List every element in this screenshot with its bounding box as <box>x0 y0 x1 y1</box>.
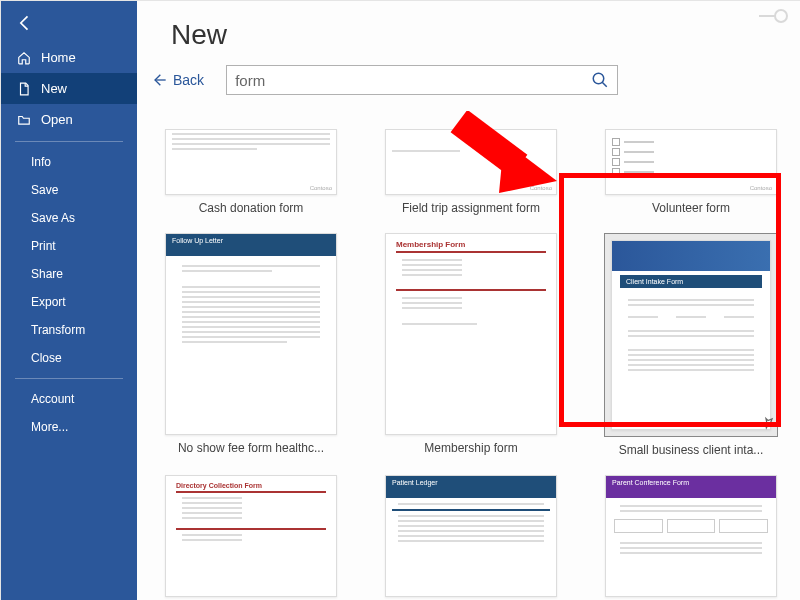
template-tile[interactable]: Patient Ledger <box>371 475 571 597</box>
template-tile[interactable]: Contoso Cash donation form <box>151 129 351 215</box>
contoso-badge: Contoso <box>310 185 332 191</box>
template-thumbnail: Contoso <box>385 129 557 195</box>
thumb-header-text: Client Intake Form <box>620 275 762 288</box>
search-icon <box>591 71 609 89</box>
ribbon-options-icon[interactable] <box>759 7 791 29</box>
thumb-header-text: Directory Collection Form <box>176 482 326 489</box>
template-tile[interactable]: Parent Conference Form <box>591 475 791 597</box>
app-window: Home New Open Info Save Save As Print Sh… <box>0 0 800 600</box>
contoso-badge: Contoso <box>530 185 552 191</box>
template-thumbnail: Contoso <box>165 129 337 195</box>
template-label: No show fee form healthc... <box>178 441 324 455</box>
sidebar-divider <box>15 378 123 379</box>
sidebar-item-open[interactable]: Open <box>1 104 137 135</box>
template-thumbnail: Client Intake Form <box>611 240 771 430</box>
search-button[interactable] <box>583 66 617 94</box>
thumb-header-text: Membership Form <box>396 240 546 249</box>
template-tile[interactable]: Contoso Field trip assignment form <box>371 129 571 215</box>
backstage-sidebar: Home New Open Info Save Save As Print Sh… <box>1 1 137 600</box>
templates-area: Contoso Cash donation form Contoso Field… <box>151 129 791 600</box>
contoso-badge: Contoso <box>750 185 772 191</box>
sidebar-sub-account[interactable]: Account <box>1 385 137 413</box>
sidebar-sub-close[interactable]: Close <box>1 344 137 372</box>
thumb-header-text: Patient Ledger <box>386 476 556 489</box>
sidebar-sub-saveas[interactable]: Save As <box>1 204 137 232</box>
search-input[interactable] <box>227 72 583 89</box>
sidebar-sub-print[interactable]: Print <box>1 232 137 260</box>
template-selection-frame: Client Intake Form <box>604 233 778 437</box>
template-label: Cash donation form <box>199 201 304 215</box>
main-panel: New Back Contoso <box>137 1 800 600</box>
svg-point-0 <box>775 10 787 22</box>
template-tile[interactable]: Membership Form Membership form <box>371 233 571 457</box>
search-row: Back <box>137 65 800 109</box>
sidebar-sub-more[interactable]: More... <box>1 413 137 441</box>
template-search-box <box>226 65 618 95</box>
thumb-header-text: Follow Up Letter <box>166 234 336 247</box>
template-tile[interactable]: Directory Collection Form <box>151 475 351 597</box>
template-thumbnail: Directory Collection Form <box>165 475 337 597</box>
svg-point-1 <box>593 73 604 84</box>
new-doc-icon <box>15 82 33 96</box>
sidebar-sub-save[interactable]: Save <box>1 176 137 204</box>
template-thumbnail: Parent Conference Form <box>605 475 777 597</box>
templates-grid: Contoso Cash donation form Contoso Field… <box>151 129 791 597</box>
back-arrow-button[interactable] <box>1 1 137 42</box>
sidebar-item-label: New <box>41 81 67 96</box>
back-button[interactable]: Back <box>151 72 204 88</box>
sidebar-sub-info[interactable]: Info <box>1 148 137 176</box>
sidebar-divider <box>15 141 123 142</box>
thumb-header-text: Parent Conference Form <box>606 476 776 489</box>
page-title: New <box>137 1 800 65</box>
open-folder-icon <box>15 113 33 127</box>
sidebar-sub-transform[interactable]: Transform <box>1 316 137 344</box>
back-arrow-icon <box>15 13 35 33</box>
sidebar-item-home[interactable]: Home <box>1 42 137 73</box>
template-thumbnail: Membership Form <box>385 233 557 435</box>
sidebar-item-label: Home <box>41 50 76 65</box>
template-tile[interactable]: Follow Up Letter No show fee form health… <box>151 233 351 457</box>
template-label: Membership form <box>424 441 517 455</box>
template-tile-selected[interactable]: Client Intake Form <box>591 233 791 457</box>
back-arrow-icon <box>151 72 167 88</box>
template-tile[interactable]: Contoso Volunteer form <box>591 129 791 215</box>
template-thumbnail: Patient Ledger <box>385 475 557 597</box>
template-thumbnail: Follow Up Letter <box>165 233 337 435</box>
template-label: Small business client inta... <box>619 443 764 457</box>
template-thumbnail: Contoso <box>605 129 777 195</box>
sidebar-item-new[interactable]: New <box>1 73 137 104</box>
back-label: Back <box>173 72 204 88</box>
sidebar-sub-export[interactable]: Export <box>1 288 137 316</box>
sidebar-item-label: Open <box>41 112 73 127</box>
sidebar-sub-share[interactable]: Share <box>1 260 137 288</box>
pin-icon[interactable] <box>761 416 775 434</box>
template-label: Volunteer form <box>652 201 730 215</box>
home-icon <box>15 51 33 65</box>
template-label: Field trip assignment form <box>402 201 540 215</box>
